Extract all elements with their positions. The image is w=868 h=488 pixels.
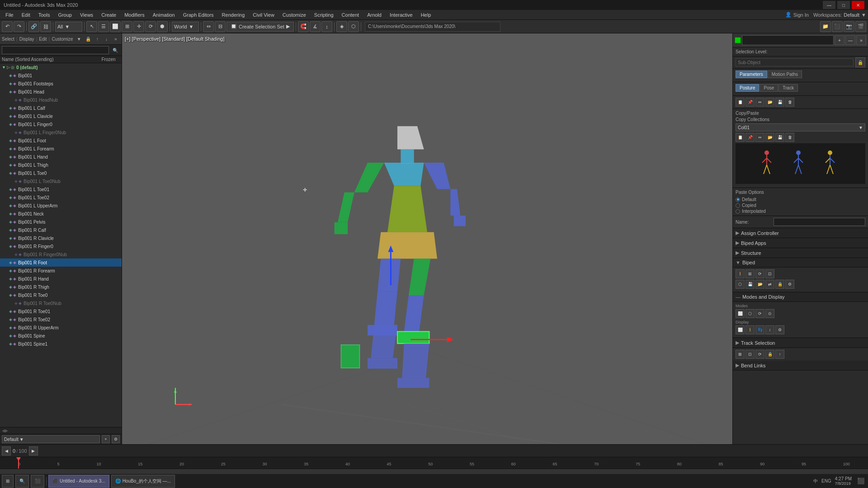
scene-expand-button[interactable]: »	[112, 34, 120, 43]
list-item[interactable]: ◈ ◈ Bip001 R Finger0	[0, 242, 122, 250]
copy-icon-1[interactable]: 📋	[736, 133, 745, 142]
scene-down-button[interactable]: ↓	[102, 34, 110, 43]
layer-dropdown[interactable]: All▼	[55, 22, 82, 32]
biped-icon-3[interactable]: ⟳	[755, 269, 764, 278]
list-item[interactable]: ◈ ◈ Bip001 R Calf	[0, 226, 122, 234]
rp-expand-button[interactable]: »	[856, 35, 866, 45]
taskbar-3dsmax[interactable]: ⬛ Untitled - Autodesk 3...	[48, 475, 109, 488]
menu-interactive[interactable]: Interactive	[386, 11, 416, 19]
timeline-collapse-button[interactable]: ▶	[29, 446, 38, 455]
angle-snap-button[interactable]: ∡	[310, 21, 321, 32]
copy-posture-button[interactable]: 📋	[736, 98, 745, 107]
list-item[interactable]: ◈ ◈ Bip001 HeadNub	[0, 96, 122, 104]
expand-button[interactable]: ⬛	[832, 21, 843, 32]
display-icon-5[interactable]: ⚙	[775, 325, 784, 334]
list-item[interactable]: ◈ ◈ Bip001 L Toe02	[0, 193, 122, 202]
menu-modifiers[interactable]: Modifiers	[121, 11, 148, 19]
open-folder-button[interactable]: 📁	[820, 21, 831, 32]
list-item[interactable]: ◈ ◈ Bip001 R Forearm	[0, 267, 122, 275]
render-button[interactable]: 🎬	[855, 21, 866, 32]
list-item[interactable]: ◈ ◈ Bip001 L Finger0	[0, 120, 122, 128]
camera-button[interactable]: 📷	[844, 21, 854, 32]
list-item[interactable]: ◈ ◈ Bip001 R Clavicle	[0, 234, 122, 242]
track-tab[interactable]: Track	[778, 84, 798, 92]
list-item[interactable]: ◈ ◈ Bip001 Spine1	[0, 340, 122, 348]
menu-views[interactable]: Views	[76, 11, 97, 19]
select-rotate-button[interactable]: ⟳	[145, 21, 156, 32]
list-item-selected[interactable]: ◈ ◈ Bip001 R Foot	[0, 258, 122, 267]
paste-mirror-button[interactable]: ⇔	[755, 98, 764, 107]
biped-icon-5[interactable]: ⬡	[736, 280, 745, 289]
list-item[interactable]: ◈ ◈ Bip001 L Finger0Nub	[0, 128, 122, 136]
list-item[interactable]: ◈ ◈ Bip001 L Toe0	[0, 169, 122, 177]
scene-up-button[interactable]: ↑	[93, 34, 101, 43]
menu-civil-view[interactable]: Civil View	[249, 11, 278, 19]
rp-remove-button[interactable]: —	[845, 35, 855, 45]
list-item[interactable]: ◈ ◈ Bip001 R Toe01	[0, 307, 122, 315]
search-taskbar-button[interactable]: 🔍	[15, 475, 29, 488]
unlink-button[interactable]: ⛓	[40, 21, 51, 32]
menu-file[interactable]: File	[2, 11, 17, 19]
menu-help[interactable]: Help	[417, 11, 435, 19]
list-item[interactable]: ◈ ◈ Bip001 R Toe02	[0, 315, 122, 324]
scene-object-list[interactable]: ▼ ▷ ◎ 0 (default) ◈ ◈ Bip001 ◈ ◈ Bip001 …	[0, 63, 122, 427]
menu-tools[interactable]: Tools	[35, 11, 54, 19]
mirror-button[interactable]: ⇔	[203, 21, 214, 32]
list-item[interactable]: ◈ ◈ Bip001 R UpperArm	[0, 324, 122, 332]
scene-lock-button[interactable]: 🔒	[84, 34, 92, 43]
structure-header[interactable]: ▶ Structure	[733, 248, 868, 258]
mode-icon-1[interactable]: ⬜	[736, 309, 745, 318]
list-item[interactable]: ◈ ◈ Bip001 R Thigh	[0, 283, 122, 291]
window-cross-button[interactable]: ⊞	[122, 21, 132, 32]
list-item[interactable]: ◈ ◈ Bip001	[0, 71, 122, 80]
biped-icon-9[interactable]: 🔒	[775, 280, 784, 289]
modes-display-header[interactable]: — Modes and Display	[733, 292, 868, 302]
delete-posture-button[interactable]: 🗑	[785, 98, 794, 107]
list-item[interactable]: ◈ ◈ Bip001 Spine	[0, 332, 122, 340]
create-selection-set-button[interactable]: 🔲 Create Selection Set ▶	[226, 22, 294, 32]
schematic-button[interactable]: ⬡	[348, 21, 359, 32]
list-item[interactable]: ◈ ◈ Bip001 L Hand	[0, 153, 122, 161]
biped-name-input[interactable]: Bip001	[774, 218, 865, 226]
bone-name-field[interactable]: Bip001 R Foot	[742, 35, 834, 45]
list-item[interactable]: ◈ ◈ Bip001 R Finger0Nub	[0, 250, 122, 258]
biped-icon-4[interactable]: ⊡	[765, 269, 774, 278]
menu-arnold[interactable]: Arnold	[363, 11, 385, 19]
select-menu-item[interactable]: Select	[2, 37, 14, 42]
align-button[interactable]: ⊟	[215, 21, 226, 32]
list-item[interactable]: ◈ ◈ Bip001 L Calf	[0, 104, 122, 112]
pose-tab[interactable]: Pose	[760, 84, 778, 92]
biped-icon-6[interactable]: 💾	[745, 280, 755, 289]
mode-icon-3[interactable]: ⟳	[755, 309, 764, 318]
object-color-swatch[interactable]	[735, 37, 741, 43]
list-item[interactable]: ◈ ◈ Bip001 Pelvis	[0, 218, 122, 226]
show-desktop-button[interactable]: ⬛	[855, 476, 866, 487]
display-icon-1[interactable]: ⬜	[736, 325, 745, 334]
edit-menu-item[interactable]: Edit	[39, 37, 47, 42]
track-icon-3[interactable]: ⟳	[755, 350, 764, 359]
scene-filter-button[interactable]: ▼	[75, 34, 83, 43]
display-icon-4[interactable]: ↕	[765, 325, 774, 334]
select-move-button[interactable]: ✛	[133, 21, 144, 32]
copy-icon-3[interactable]: ⇔	[755, 133, 764, 142]
display-icon-3[interactable]: 👣	[755, 325, 764, 334]
sub-object-field[interactable]: Sub-Object	[736, 58, 854, 66]
sub-object-lock-button[interactable]: 🔒	[855, 57, 865, 67]
assign-controller-header[interactable]: ▶ Assign Controller	[733, 228, 868, 238]
undo-button[interactable]: ↶	[2, 21, 13, 32]
select-link-button[interactable]: 🔗	[28, 21, 39, 32]
minimize-button[interactable]: —	[823, 1, 835, 9]
list-item[interactable]: ◈ ◈ Bip001 R Toe0Nub	[0, 299, 122, 307]
list-item[interactable]: ◈ ◈ Bip001 L Foot	[0, 136, 122, 145]
load-posture-button[interactable]: 📂	[765, 98, 774, 107]
list-item[interactable]: ◈ ◈ Bip001 L Forearm	[0, 145, 122, 153]
copy-icon-5[interactable]: 💾	[775, 133, 784, 142]
list-item[interactable]: ◈ ◈ Bip001 R Hand	[0, 275, 122, 283]
list-item[interactable]: ◈ ◈ Bip001 L Clavicle	[0, 112, 122, 120]
menu-group[interactable]: Group	[54, 11, 75, 19]
redo-button[interactable]: ↷	[14, 21, 24, 32]
display-icon-2[interactable]: 🚶	[745, 325, 755, 334]
list-item[interactable]: ◈ ◈ Bip001 L Toe0Nub	[0, 177, 122, 185]
track-icon-2[interactable]: ⊡	[745, 350, 755, 359]
sign-in[interactable]: 👤 Sign In	[785, 12, 809, 18]
